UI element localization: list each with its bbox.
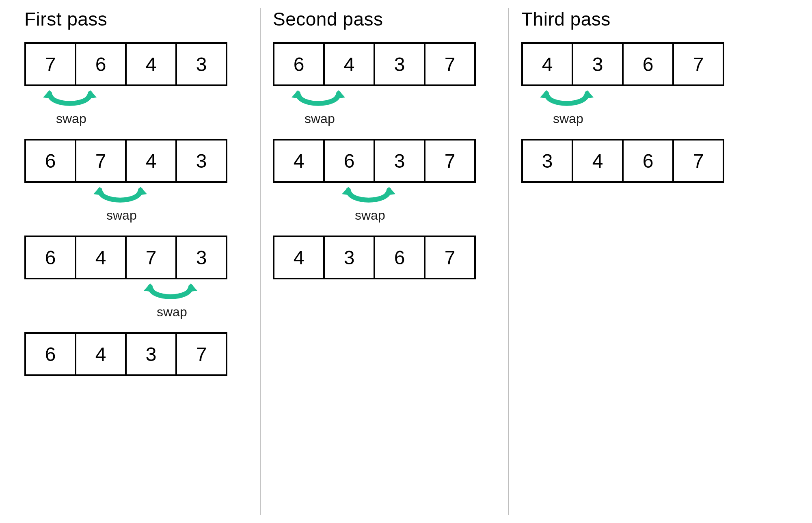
swap-arrow-icon bbox=[138, 282, 203, 306]
array-cell: 4 bbox=[273, 139, 325, 183]
swap-arrow-icon bbox=[336, 185, 401, 210]
swap-label: swap bbox=[355, 208, 385, 223]
array-row: 4 3 6 7 bbox=[273, 236, 496, 279]
array-row: 6 4 3 7 bbox=[273, 42, 496, 86]
array-cell: 4 bbox=[75, 332, 127, 376]
array-cell: 3 bbox=[521, 139, 573, 183]
swap-label: swap bbox=[56, 111, 86, 126]
swap-arrow-icon bbox=[88, 185, 153, 210]
array-cell: 3 bbox=[374, 42, 425, 86]
array-cell: 3 bbox=[175, 139, 227, 183]
array-cell: 6 bbox=[273, 42, 325, 86]
array-cell: 4 bbox=[572, 139, 624, 183]
array-cell: 4 bbox=[75, 236, 127, 279]
array-cell: 6 bbox=[622, 42, 674, 86]
array-cell: 7 bbox=[175, 332, 227, 376]
array-cell: 7 bbox=[424, 139, 476, 183]
swap-arrow-icon bbox=[286, 89, 351, 113]
array-cell: 6 bbox=[24, 332, 76, 376]
array-cell: 7 bbox=[672, 139, 724, 183]
array-step: 6 7 4 3 swap bbox=[24, 139, 248, 227]
array-step: 4 6 3 7 swap bbox=[273, 139, 496, 227]
pass-title: First pass bbox=[24, 8, 248, 30]
array-cell: 3 bbox=[175, 236, 227, 279]
array-row: 4 6 3 7 bbox=[273, 139, 496, 183]
array-step: 7 6 4 3 swap bbox=[24, 42, 248, 131]
swap-annotation: swap bbox=[273, 86, 496, 131]
bubble-sort-diagram: First pass 7 6 4 3 swap bbox=[0, 0, 812, 523]
array-cell: 4 bbox=[125, 42, 177, 86]
swap-label: swap bbox=[553, 111, 583, 126]
array-cell: 7 bbox=[424, 42, 476, 86]
array-cell: 7 bbox=[24, 42, 76, 86]
swap-arrow-icon bbox=[37, 89, 102, 113]
array-cell: 7 bbox=[424, 236, 476, 279]
array-step: 4 3 6 7 bbox=[273, 236, 496, 279]
swap-annotation: swap bbox=[24, 183, 248, 227]
swap-label: swap bbox=[106, 208, 137, 223]
array-cell: 6 bbox=[24, 139, 76, 183]
array-cell: 4 bbox=[125, 139, 177, 183]
array-cell: 3 bbox=[323, 236, 375, 279]
array-row: 4 3 6 7 bbox=[521, 42, 745, 86]
array-cell: 3 bbox=[374, 139, 425, 183]
array-cell: 6 bbox=[374, 236, 425, 279]
array-cell: 7 bbox=[125, 236, 177, 279]
swap-annotation: swap bbox=[273, 183, 496, 227]
swap-annotation: swap bbox=[24, 279, 248, 324]
array-cell: 7 bbox=[75, 139, 127, 183]
array-cell: 4 bbox=[521, 42, 573, 86]
swap-annotation: swap bbox=[521, 86, 745, 131]
array-step: 6 4 3 7 swap bbox=[273, 42, 496, 131]
swap-annotation: swap bbox=[24, 86, 248, 131]
array-cell: 3 bbox=[125, 332, 177, 376]
array-row: 6 4 3 7 bbox=[24, 332, 248, 376]
swap-arrow-icon bbox=[534, 89, 599, 113]
array-row: 6 4 7 3 bbox=[24, 236, 248, 279]
array-step: 6 4 7 3 swap bbox=[24, 236, 248, 324]
array-cell: 6 bbox=[24, 236, 76, 279]
array-step: 6 4 3 7 bbox=[24, 332, 248, 376]
array-cell: 6 bbox=[75, 42, 127, 86]
pass-column-2: Third pass 4 3 6 7 swap bbox=[509, 8, 757, 515]
array-cell: 6 bbox=[622, 139, 674, 183]
array-step: 3 4 6 7 bbox=[521, 139, 745, 183]
array-step: 4 3 6 7 swap bbox=[521, 42, 745, 131]
pass-title: Second pass bbox=[273, 8, 496, 30]
array-row: 6 7 4 3 bbox=[24, 139, 248, 183]
swap-label: swap bbox=[304, 111, 335, 126]
pass-column-1: Second pass 6 4 3 7 swap bbox=[261, 8, 508, 515]
pass-title: Third pass bbox=[521, 8, 745, 30]
swap-label: swap bbox=[157, 305, 187, 320]
array-row: 7 6 4 3 bbox=[24, 42, 248, 86]
array-cell: 3 bbox=[175, 42, 227, 86]
array-cell: 4 bbox=[273, 236, 325, 279]
array-cell: 4 bbox=[323, 42, 375, 86]
array-cell: 6 bbox=[323, 139, 375, 183]
array-row: 3 4 6 7 bbox=[521, 139, 745, 183]
array-cell: 3 bbox=[572, 42, 624, 86]
pass-column-0: First pass 7 6 4 3 swap bbox=[12, 8, 260, 515]
array-cell: 7 bbox=[672, 42, 724, 86]
